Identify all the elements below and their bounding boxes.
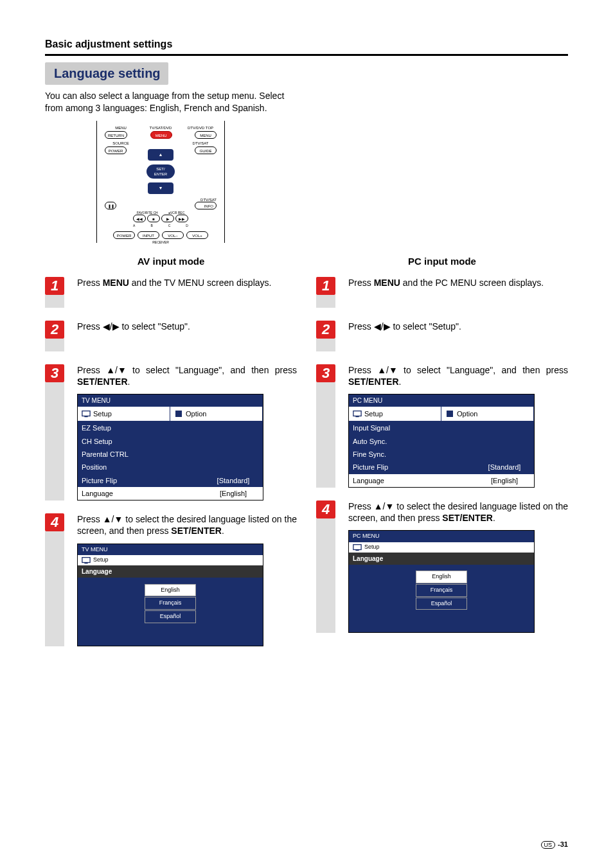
step-4: 4 Press ▲/▼ to select the desired langua… bbox=[316, 500, 568, 633]
menu-row: Auto Sync. bbox=[349, 435, 534, 448]
region-badge: US bbox=[541, 841, 556, 849]
menu-tab-setup: Setup bbox=[349, 407, 441, 421]
svg-rect-2 bbox=[175, 411, 182, 417]
svg-rect-3 bbox=[82, 558, 90, 563]
menu-row: Picture Flip[Standard] bbox=[349, 461, 534, 474]
remote-label: TV/SAT/DVD bbox=[145, 126, 177, 130]
remote-button: RETURN bbox=[105, 131, 127, 139]
step-number: 2 bbox=[316, 321, 335, 339]
divider bbox=[45, 54, 568, 56]
step-2: 2 Press ◀/▶ to select "Setup". bbox=[316, 321, 568, 351]
remote-set-enter: SET/ENTER bbox=[147, 164, 175, 179]
left-right-arrow-icon: ◀/▶ bbox=[374, 321, 391, 332]
remote-label: ●VCR REC bbox=[168, 211, 185, 215]
menu-tab-setup: Setup bbox=[78, 407, 170, 421]
remote-button: GUIDE bbox=[195, 146, 217, 154]
tv-icon bbox=[353, 410, 362, 418]
remote-illustration: MENU TV/SAT/DVD DTV/DVD TOP RETURN MENU … bbox=[96, 121, 225, 243]
step-1: 1 Press MENU and the PC MENU screen disp… bbox=[316, 277, 568, 308]
menu-title: PC MENU bbox=[349, 531, 534, 542]
menu-row: Position bbox=[78, 461, 263, 474]
step-number: 1 bbox=[316, 277, 335, 295]
remote-label: DTV/SAT bbox=[184, 141, 217, 145]
language-option: Español bbox=[416, 598, 467, 610]
tv-icon bbox=[353, 544, 362, 551]
menu-title: TV MENU bbox=[78, 394, 263, 407]
up-down-arrow-icon: ▲/▼ bbox=[103, 513, 123, 525]
svg-rect-1 bbox=[84, 416, 87, 418]
remote-label: SOURCE bbox=[105, 141, 137, 145]
svg-rect-9 bbox=[355, 550, 359, 551]
page-number: -31 bbox=[558, 840, 568, 848]
step-number: 4 bbox=[316, 500, 335, 518]
up-down-arrow-icon: ▲/▼ bbox=[374, 500, 395, 512]
tv-icon bbox=[82, 556, 91, 564]
svg-rect-4 bbox=[84, 563, 87, 564]
remote-button: INPUT bbox=[138, 231, 159, 239]
section-title: Basic adjustment settings bbox=[45, 39, 568, 50]
pc-menu-screenshot: PC MENU Setup Option Input SignalAuto Sy… bbox=[348, 394, 535, 488]
language-option: Français bbox=[416, 584, 467, 597]
intro-text: You can also select a language from the … bbox=[45, 90, 296, 114]
av-column: AV input mode 1 Press MENU and the TV ME… bbox=[45, 256, 297, 659]
remote-button: POWER bbox=[105, 146, 127, 154]
step-3: 3 Press ▲/▼ to select "Language", and th… bbox=[316, 364, 568, 488]
step-1: 1 Press MENU and the TV MENU screen disp… bbox=[45, 277, 297, 308]
menu-tab-option: Option bbox=[441, 407, 534, 421]
menu-title: TV MENU bbox=[78, 544, 263, 556]
remote-label: MENU bbox=[105, 126, 137, 130]
up-arrow-icon: ▲ bbox=[148, 149, 173, 161]
pc-language-screenshot: PC MENU Setup Language EnglishFrançaisEs… bbox=[348, 530, 535, 633]
menu-row: Language[English] bbox=[78, 487, 263, 500]
step-number: 4 bbox=[45, 513, 64, 531]
step-number: 2 bbox=[45, 321, 64, 339]
remote-label: FAVORITE CH bbox=[137, 211, 158, 215]
step-4: 4 Press ▲/▼ to select the desired langua… bbox=[45, 513, 297, 646]
remote-button: ■ bbox=[147, 215, 160, 222]
remote-label: DTV/SAT bbox=[184, 198, 217, 202]
menu-tab-option: Option bbox=[170, 407, 263, 421]
menu-row: Fine Sync. bbox=[349, 448, 534, 461]
language-heading: Language setting bbox=[45, 62, 168, 85]
pc-column: PC input mode 1 Press MENU and the PC ME… bbox=[316, 256, 568, 659]
menu-row: Picture Flip[Standard] bbox=[78, 474, 263, 487]
language-option: Español bbox=[145, 610, 196, 623]
menu-subtitle: Language bbox=[78, 565, 263, 578]
svg-rect-6 bbox=[355, 416, 359, 418]
step-2: 2 Press ◀/▶ to select "Setup". bbox=[45, 321, 297, 351]
svg-rect-8 bbox=[353, 545, 361, 550]
remote-button: VOL– bbox=[162, 231, 184, 239]
svg-rect-5 bbox=[353, 411, 361, 416]
av-mode-title: AV input mode bbox=[45, 256, 297, 267]
menu-subtitle: Language bbox=[349, 553, 534, 565]
tv-icon bbox=[82, 410, 91, 418]
step-number: 1 bbox=[45, 277, 64, 295]
remote-button: ▶ bbox=[161, 215, 174, 222]
tv-language-screenshot: TV MENU Setup Language EnglishFrançaisEs… bbox=[77, 544, 263, 646]
remote-label: RECEIVER bbox=[105, 240, 217, 244]
menu-row: EZ Setup bbox=[78, 421, 263, 434]
up-down-arrow-icon: ▲/▼ bbox=[377, 364, 398, 376]
remote-menu-button: MENU bbox=[150, 131, 172, 139]
down-arrow-icon: ▼ bbox=[148, 182, 173, 194]
menu-row: Input Signal bbox=[349, 421, 534, 434]
menu-tab-setup: Setup bbox=[349, 542, 534, 553]
remote-dpad: ▲ SET/ENTER ▼ bbox=[138, 149, 183, 194]
remote-button: POWER bbox=[113, 231, 135, 239]
menu-row: CH Setup bbox=[78, 435, 263, 448]
page-footer: US-31 bbox=[541, 840, 568, 849]
svg-rect-7 bbox=[447, 411, 453, 417]
remote-button: MENU bbox=[195, 131, 217, 139]
language-option: Français bbox=[145, 597, 196, 610]
left-right-arrow-icon: ◀/▶ bbox=[103, 321, 120, 332]
option-icon bbox=[174, 410, 183, 418]
language-option: English bbox=[416, 571, 467, 583]
step-number: 3 bbox=[45, 364, 64, 382]
step-number: 3 bbox=[316, 364, 335, 382]
menu-row: Parental CTRL bbox=[78, 448, 263, 461]
remote-button: INFO bbox=[195, 202, 217, 209]
remote-label: DTV/DVD TOP bbox=[184, 126, 217, 130]
menu-row: Language[English] bbox=[349, 474, 534, 487]
up-down-arrow-icon: ▲/▼ bbox=[106, 364, 127, 376]
menu-title: PC MENU bbox=[349, 394, 534, 407]
